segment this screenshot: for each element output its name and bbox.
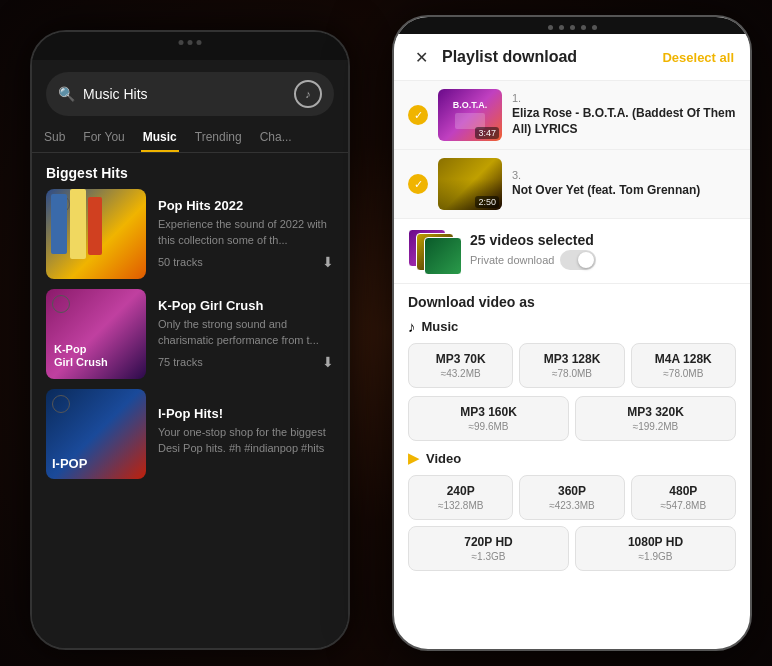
- card-title-ipop: I-Pop Hits!: [158, 406, 334, 421]
- format-mp3-128k[interactable]: MP3 128K ≈78.0MB: [519, 343, 624, 388]
- card-desc-kpop: Only the strong sound and charismatic pe…: [158, 317, 334, 348]
- card-kpop[interactable]: K-PopGirl Crush K-Pop Girl Crush Only th…: [46, 289, 334, 379]
- video-format-grid-1: 240P ≈132.8MB 360P ≈423.3MB 480P ≈547.8M…: [408, 475, 736, 520]
- private-row: Private download: [470, 250, 736, 270]
- ipop-label: I-POP: [52, 456, 87, 471]
- card-footer-pop: 50 tracks ⬇: [158, 254, 334, 270]
- download-as-section: Download video as ♪ Music MP3 70K ≈43.2M…: [394, 284, 750, 577]
- video-play-icon: ▶: [408, 449, 420, 467]
- card-thumb-kpop: K-PopGirl Crush: [46, 289, 146, 379]
- song-thumb-nov: 2:50: [438, 158, 502, 210]
- song-check-1: ✓: [408, 105, 428, 125]
- toggle-knob: [578, 252, 594, 268]
- card-info-kpop: K-Pop Girl Crush Only the strong sound a…: [158, 298, 334, 370]
- format-mp3-320k[interactable]: MP3 320K ≈199.2MB: [575, 396, 736, 441]
- format-mp3-160k[interactable]: MP3 160K ≈99.6MB: [408, 396, 569, 441]
- dialog-title: Playlist download: [442, 48, 652, 66]
- deselect-all-button[interactable]: Deselect all: [662, 50, 734, 65]
- card-tracks-pop: 50 tracks: [158, 256, 203, 268]
- selected-text-block: 25 videos selected Private download: [470, 232, 736, 270]
- song-check-2: ✓: [408, 174, 428, 194]
- song-name-1: Eliza Rose - B.O.T.A. (Baddest Of Them A…: [512, 106, 736, 137]
- song-num-2: 3.: [512, 169, 736, 181]
- format-720p-hd[interactable]: 720P HD ≈1.3GB: [408, 526, 569, 571]
- song-item-1[interactable]: ✓ B.O.T.A. 3:47 1. Eliza Rose - B.O.T.A.…: [394, 81, 750, 150]
- download-icon-kpop[interactable]: ⬇: [322, 354, 334, 370]
- foreground-phone: ✕ Playlist download Deselect all ✓ B.O.T…: [392, 15, 752, 651]
- card-tracks-kpop: 75 tracks: [158, 356, 203, 368]
- kpop-label: K-PopGirl Crush: [54, 343, 108, 369]
- video-category-label: Video: [426, 451, 461, 466]
- card-thumb-pop: [46, 189, 146, 279]
- bota-art-text: B.O.T.A.: [453, 101, 488, 111]
- tab-trending[interactable]: Trending: [193, 124, 244, 152]
- song-item-2[interactable]: ✓ 2:50 3. Not Over Yet (feat. Tom Grenna…: [394, 150, 750, 219]
- song-info-2: 3. Not Over Yet (feat. Tom Grennan): [512, 169, 736, 199]
- music-icon-circle: ♪: [294, 80, 322, 108]
- card-thumb-ipop: I-POP: [46, 389, 146, 479]
- song-thumb-bota: B.O.T.A. 3:47: [438, 89, 502, 141]
- video-format-grid-2: 720P HD ≈1.3GB 1080P HD ≈1.9GB: [408, 526, 736, 571]
- phone-notch: [32, 32, 348, 60]
- song-num-1: 1.: [512, 92, 736, 104]
- section-title: Biggest Hits: [32, 153, 348, 189]
- tab-bar: Sub For You Music Trending Cha...: [32, 124, 348, 153]
- format-mp3-70k[interactable]: MP3 70K ≈43.2MB: [408, 343, 513, 388]
- tab-music[interactable]: Music: [141, 124, 179, 152]
- format-1080p-hd[interactable]: 1080P HD ≈1.9GB: [575, 526, 736, 571]
- music-category: ♪ Music: [408, 318, 736, 335]
- card-desc-ipop: Your one-stop shop for the biggest Desi …: [158, 425, 334, 456]
- search-icon: 🔍: [58, 86, 75, 102]
- format-m4a-128k[interactable]: M4A 128K ≈78.0MB: [631, 343, 736, 388]
- song-info-1: 1. Eliza Rose - B.O.T.A. (Baddest Of The…: [512, 92, 736, 137]
- download-as-title: Download video as: [408, 294, 736, 310]
- card-check-ipop: [52, 395, 70, 413]
- selected-info-bar: 25 videos selected Private download: [394, 219, 750, 284]
- music-category-label: Music: [422, 319, 459, 334]
- card-pop-hits[interactable]: Pop Hits 2022 Experience the sound of 20…: [46, 189, 334, 279]
- tab-for-you[interactable]: For You: [81, 124, 126, 152]
- card-title-pop: Pop Hits 2022: [158, 198, 334, 213]
- video-category: ▶ Video: [408, 449, 736, 467]
- selected-count: 25 videos selected: [470, 232, 736, 248]
- card-check-kpop: [52, 295, 70, 313]
- format-360p[interactable]: 360P ≈423.3MB: [519, 475, 624, 520]
- background-phone: 🔍 Music Hits ♪ Sub For You Music Trendin…: [30, 30, 350, 650]
- private-label: Private download: [470, 254, 554, 266]
- music-format-grid-2: MP3 160K ≈99.6MB MP3 320K ≈199.2MB: [408, 396, 736, 441]
- card-footer-kpop: 75 tracks ⬇: [158, 354, 334, 370]
- format-480p[interactable]: 480P ≈547.8MB: [631, 475, 736, 520]
- close-button[interactable]: ✕: [410, 46, 432, 68]
- stacked-thumbnails: [408, 229, 460, 273]
- card-title-kpop: K-Pop Girl Crush: [158, 298, 334, 313]
- card-desc-pop: Experience the sound of 2022 with this c…: [158, 217, 334, 248]
- stacked-thumb-3: [424, 237, 462, 275]
- building-art: [46, 189, 106, 259]
- search-bar[interactable]: 🔍 Music Hits ♪: [46, 72, 334, 116]
- download-icon-pop[interactable]: ⬇: [322, 254, 334, 270]
- tab-sub[interactable]: Sub: [42, 124, 67, 152]
- private-toggle[interactable]: [560, 250, 596, 270]
- tab-cha[interactable]: Cha...: [258, 124, 294, 152]
- music-note-icon: ♪: [408, 318, 416, 335]
- song-duration-1: 3:47: [475, 127, 499, 139]
- music-format-grid-1: MP3 70K ≈43.2MB MP3 128K ≈78.0MB M4A 128…: [408, 343, 736, 388]
- song-duration-2: 2:50: [475, 196, 499, 208]
- card-info-ipop: I-Pop Hits! Your one-stop shop for the b…: [158, 406, 334, 462]
- card-ipop[interactable]: I-POP I-Pop Hits! Your one-stop shop for…: [46, 389, 334, 479]
- search-input[interactable]: Music Hits: [83, 86, 286, 102]
- song-name-2: Not Over Yet (feat. Tom Grennan): [512, 183, 736, 199]
- format-240p[interactable]: 240P ≈132.8MB: [408, 475, 513, 520]
- card-info-pop: Pop Hits 2022 Experience the sound of 20…: [158, 198, 334, 270]
- phone-fg-top: [394, 17, 750, 34]
- playlist-download-header: ✕ Playlist download Deselect all: [394, 34, 750, 81]
